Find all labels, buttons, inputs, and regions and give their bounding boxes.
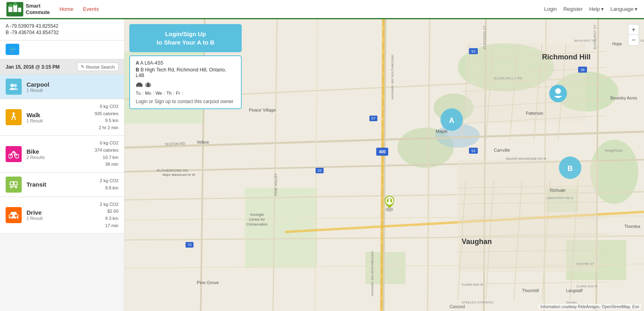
svg-text:DUFFERIN ST: DUFFERIN ST xyxy=(483,25,487,49)
carpool-card: A A L6A-4S5 B B High Tech Rd, Richmond H… xyxy=(129,55,242,109)
bike-label: Bike xyxy=(26,148,95,155)
coordinates-bar: A -79.539079 43.825542 B -79.436704 43.8… xyxy=(0,19,124,41)
transit-label: Transit xyxy=(26,181,100,188)
svg-rect-1 xyxy=(8,6,12,12)
svg-text:BATHURST ST: BATHURST ST xyxy=(574,39,596,43)
nav-events[interactable]: Events xyxy=(83,6,99,12)
svg-text:Vaughan: Vaughan xyxy=(462,238,492,246)
svg-point-11 xyxy=(13,151,14,152)
zoom-out-button[interactable]: − xyxy=(628,35,639,45)
nav-help[interactable]: Help ▾ xyxy=(589,6,604,12)
login-signup-button[interactable]: Login/Sign Up to Share Your A to B xyxy=(129,24,242,52)
drive-icon xyxy=(6,207,22,223)
svg-text:Richmond Hill: Richmond Hill xyxy=(542,53,591,61)
carpool-point-a: A A L6A-4S5 xyxy=(136,60,235,66)
transport-item-carpool[interactable]: Carpool 1 Result xyxy=(0,75,124,99)
navbar-right: Login Register Help ▾ Language ▾ xyxy=(544,6,638,12)
svg-text:BATHURST ST: BATHURST ST xyxy=(593,24,597,49)
twitter-section: 🐦 xyxy=(0,41,124,59)
logo-icon xyxy=(6,2,23,16)
nav-register[interactable]: Register xyxy=(563,6,583,12)
svg-text:CLARK AVE W: CLARK AVE W xyxy=(462,283,483,287)
svg-text:A: A xyxy=(449,116,454,124)
bike-stats: 0 kg CO2 374 calories 10.7 km 38 min xyxy=(95,140,118,168)
svg-point-133 xyxy=(385,207,393,211)
svg-text:CLARK AVE W: CLARK AVE W xyxy=(576,285,598,288)
zoom-in-button[interactable]: + xyxy=(628,24,639,35)
svg-text:RUTHERFORD RD: RUTHERFORD RD xyxy=(157,169,188,173)
svg-text:CENTRE ST: CENTRE ST xyxy=(576,262,594,266)
svg-text:Hope: Hope xyxy=(612,42,622,46)
svg-point-8 xyxy=(12,112,15,115)
transport-item-bike[interactable]: Bike 2 Results 0 kg CO2 374 calories 10.… xyxy=(0,136,124,172)
svg-text:Concord: Concord xyxy=(450,305,465,309)
carpool-icons-row xyxy=(136,81,235,89)
svg-text:57: 57 xyxy=(371,116,375,120)
svg-point-7 xyxy=(14,84,17,87)
svg-rect-147 xyxy=(147,83,150,87)
svg-text:Thornhill: Thornhill xyxy=(522,288,539,293)
svg-text:Beverley Acres: Beverley Acres xyxy=(610,96,637,100)
drive-result: 1 Result xyxy=(26,216,100,221)
logo-text: Smart Commute xyxy=(26,3,50,15)
bike-result: 2 Results xyxy=(26,155,95,160)
svg-rect-61 xyxy=(458,160,598,272)
nav-login[interactable]: Login xyxy=(544,6,557,12)
svg-point-4 xyxy=(9,4,12,7)
navbar: Smart Commute Home Events Login Register… xyxy=(0,0,644,19)
svg-rect-148 xyxy=(147,82,149,83)
svg-rect-15 xyxy=(10,185,18,186)
svg-text:53: 53 xyxy=(471,149,475,153)
login-btn-line2: to Share Your A to B xyxy=(137,38,234,47)
svg-text:Major Mackenzie Dr W: Major Mackenzie Dr W xyxy=(163,173,195,177)
svg-text:HIGHWAY 400 NORTHBOUND: HIGHWAY 400 NORTHBOUND xyxy=(371,251,374,296)
carpool-icon xyxy=(6,79,22,95)
transport-item-drive[interactable]: Drive 1 Result 2 kg CO2 $2.60 9.3 km 17 … xyxy=(0,197,124,234)
date-row: Jan 15, 2016 @ 3:15 PM ✎ Revise Search xyxy=(0,59,124,75)
svg-point-6 xyxy=(10,84,14,87)
svg-text:Centre for: Centre for xyxy=(249,217,265,222)
login-btn-line1: Login/Sign Up xyxy=(137,30,234,38)
nav-home[interactable]: Home xyxy=(59,6,73,12)
coord-b: B -79.436704 43.854732 xyxy=(6,30,118,35)
nav-language[interactable]: Language ▾ xyxy=(610,6,638,12)
svg-text:73: 73 xyxy=(187,243,192,247)
twitter-button[interactable]: 🐦 xyxy=(6,44,19,55)
svg-text:400: 400 xyxy=(379,150,386,154)
walk-label: Walk xyxy=(26,112,95,118)
zoom-controls: + − xyxy=(628,24,639,46)
svg-rect-13 xyxy=(10,182,13,185)
transport-item-walk[interactable]: Walk 1 Result 0 kg CO2 935 calories 9.5 … xyxy=(0,99,124,136)
svg-text:Richvale: Richvale xyxy=(550,188,566,193)
walk-icon xyxy=(6,109,22,125)
svg-text:Langstaff: Langstaff xyxy=(566,289,583,293)
svg-text:HIGHWAY 400 SOUTHBOUND: HIGHWAY 400 SOUTHBOUND xyxy=(391,55,394,100)
luggage-icon xyxy=(145,81,151,89)
revise-search-button[interactable]: ✎ Revise Search xyxy=(77,63,118,71)
carpool-label: Carpool xyxy=(26,81,118,88)
svg-text:STEELES CORNERS: STEELES CORNERS xyxy=(462,301,493,304)
svg-text:Maple: Maple xyxy=(436,129,448,134)
svg-text:A: A xyxy=(388,199,391,203)
svg-rect-16 xyxy=(10,187,12,188)
transit-stats: 2 kg CO2 9.8 km xyxy=(100,177,118,191)
svg-text:25: 25 xyxy=(318,169,322,173)
carpool-point-b: B B High Tech Rd, Richmond Hill, Ontario… xyxy=(136,67,235,78)
svg-text:38: 38 xyxy=(581,68,585,72)
svg-text:Pine Grove: Pine Grove xyxy=(197,280,219,285)
svg-text:LANGSTAFF RD E: LANGSTAFF RD E xyxy=(546,196,573,200)
svg-rect-2 xyxy=(13,5,17,12)
svg-rect-17 xyxy=(15,187,17,188)
svg-text:B: B xyxy=(568,165,573,173)
svg-rect-25 xyxy=(245,188,317,268)
svg-text:Carrville: Carrville xyxy=(494,148,510,152)
transit-icon xyxy=(6,177,22,193)
walk-result: 1 Result xyxy=(26,118,95,123)
logo: Smart Commute xyxy=(6,2,50,16)
navbar-left: Smart Commute Home Events xyxy=(6,2,99,16)
svg-text:PINE VALLEY: PINE VALLEY xyxy=(274,173,278,196)
svg-text:Yongehurst: Yongehurst xyxy=(604,148,623,152)
carpool-contact-msg: Login or Sign up to contact this carpool… xyxy=(136,99,235,104)
transport-item-transit[interactable]: Transit 2 kg CO2 9.8 km xyxy=(0,173,124,197)
walk-stats: 0 kg CO2 935 calories 9.5 km 2 hr 2 min xyxy=(95,103,118,131)
